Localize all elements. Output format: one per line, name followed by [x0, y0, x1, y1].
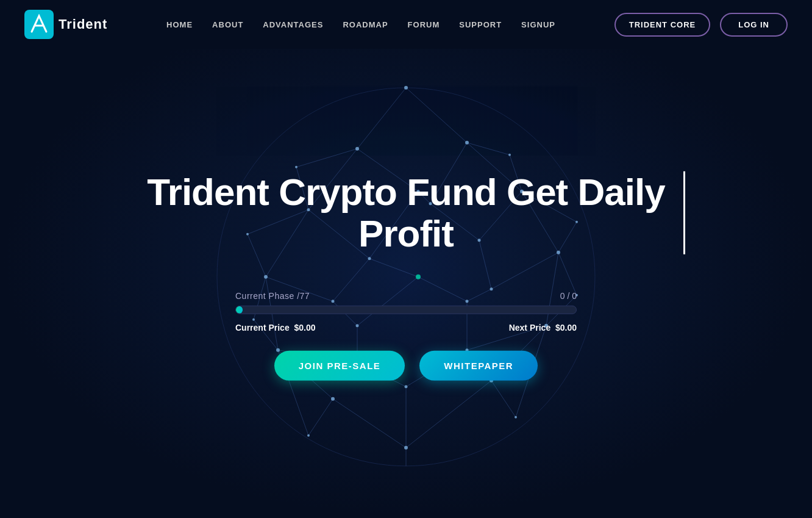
nav-roadmap[interactable]: ROADMAP	[343, 20, 388, 29]
logo-area[interactable]: Trident	[24, 10, 107, 39]
progress-bar-fill	[236, 306, 243, 314]
nav-links: HOME ABOUT ADVANTAGES ROADMAP FORUM SUPP…	[166, 20, 555, 29]
current-price-item: Current Price $0.00	[235, 323, 316, 333]
next-price-label: Next Price	[509, 323, 550, 333]
hero-buttons: JOIN PRE-SALE WHITEPAPER	[235, 351, 577, 381]
join-presale-button[interactable]: JOIN PRE-SALE	[274, 351, 405, 381]
progress-bar-background	[235, 306, 577, 314]
current-price-label: Current Price	[235, 323, 290, 333]
hero-content: Trident Crypto Fund Get Daily Profit Cur…	[132, 171, 680, 380]
svg-point-72	[331, 397, 335, 400]
svg-point-84	[515, 415, 517, 418]
presale-info: Current Phase /77 0 / 0 Current Price $0…	[235, 291, 577, 381]
svg-point-54	[355, 146, 359, 150]
phase-count: 0 / 0	[560, 291, 577, 301]
hero-title: Trident Crypto Fund Get Daily Profit	[132, 171, 680, 254]
navbar: Trident HOME ABOUT ADVANTAGES ROADMAP FO…	[0, 0, 812, 49]
svg-point-75	[405, 385, 408, 388]
nav-home[interactable]: HOME	[166, 20, 193, 29]
presale-phase-row: Current Phase /77 0 / 0	[235, 291, 577, 301]
next-price-item: Next Price $0.00	[509, 323, 577, 333]
next-price-value: $0.00	[555, 323, 577, 333]
svg-point-77	[295, 165, 297, 168]
nav-forum[interactable]: FORUM	[408, 20, 440, 29]
nav-buttons: TRIDENT CORE LOG IN	[614, 13, 788, 37]
phase-label: Current Phase /77	[235, 291, 310, 301]
price-row: Current Price $0.00 Next Price $0.00	[235, 323, 577, 333]
svg-point-76	[404, 445, 408, 449]
nav-support[interactable]: SUPPORT	[459, 20, 502, 29]
whitepaper-button[interactable]: WHITEPAPER	[419, 351, 538, 381]
svg-point-53	[404, 85, 408, 89]
logo-icon	[24, 10, 54, 39]
nav-signup[interactable]: SIGNUP	[521, 20, 555, 29]
login-button[interactable]: LOG IN	[720, 13, 788, 37]
trident-core-button[interactable]: TRIDENT CORE	[614, 13, 711, 37]
svg-point-78	[508, 153, 511, 156]
svg-point-83	[307, 434, 310, 436]
nav-about[interactable]: ABOUT	[212, 20, 243, 29]
logo-text: Trident	[59, 16, 107, 32]
nav-advantages[interactable]: ADVANTAGES	[263, 20, 323, 29]
current-price-value: $0.00	[294, 323, 315, 333]
svg-point-55	[465, 140, 469, 144]
